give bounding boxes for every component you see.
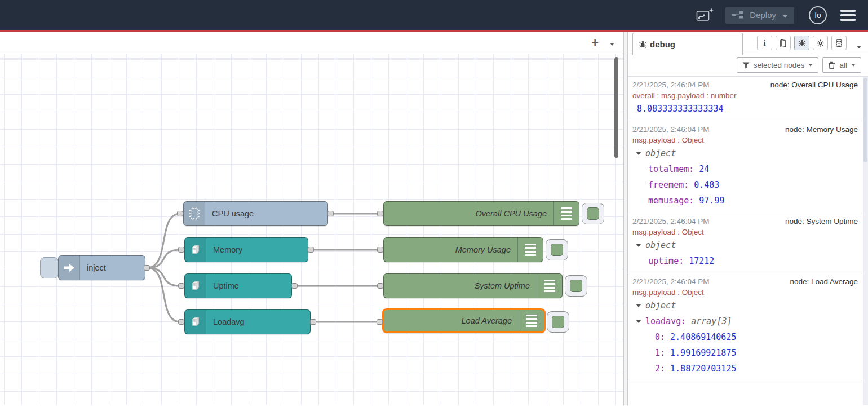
tab-debug[interactable]: debug xyxy=(632,33,743,55)
output-port[interactable] xyxy=(291,283,298,289)
collapse-caret-icon[interactable] xyxy=(636,304,641,307)
debug-enable-toggle[interactable] xyxy=(546,239,568,260)
filter-nodes-button[interactable]: selected nodes xyxy=(737,57,819,73)
gear-icon xyxy=(816,39,825,47)
cpu-chip-icon xyxy=(184,202,205,225)
object-key: uptime: xyxy=(648,253,684,269)
debug-message[interactable]: 2/21/2025, 2:46:04 PM node: Overall CPU … xyxy=(628,77,862,121)
collapse-caret-icon[interactable] xyxy=(636,320,641,323)
filter-funnel-icon xyxy=(742,62,750,69)
canvas-vertical-scrollbar[interactable] xyxy=(614,57,618,158)
flow-list-caret[interactable] xyxy=(610,38,614,48)
server-tower-icon xyxy=(185,238,206,262)
node-label: Load Average xyxy=(384,310,519,331)
flow-workspace[interactable]: inject CPU usage xyxy=(0,54,623,405)
input-port[interactable] xyxy=(178,283,184,289)
book-icon xyxy=(779,39,787,47)
debug-message[interactable]: 2/21/2025, 2:46:04 PM node: Load Average… xyxy=(628,273,862,381)
debug-message-list: 2/21/2025, 2:46:04 PM node: Overall CPU … xyxy=(628,76,868,405)
trash-icon xyxy=(828,61,835,69)
debug-message[interactable]: 2/21/2025, 2:46:04 PM node: System Uptim… xyxy=(628,213,862,273)
node-debug-load-average[interactable]: Load Average xyxy=(382,308,546,333)
deploy-button[interactable]: Deploy xyxy=(725,7,794,24)
main-area: + inject xyxy=(0,32,868,405)
input-port[interactable] xyxy=(377,247,383,253)
inject-arrow-icon xyxy=(59,256,80,280)
node-cpu-usage[interactable]: CPU usage xyxy=(183,201,328,226)
add-flow-button[interactable]: + xyxy=(591,37,599,48)
node-debug-memory-usage[interactable]: Memory Usage xyxy=(383,237,543,262)
node-loadavg[interactable]: Loadavg xyxy=(184,309,311,334)
panel-resize-handle[interactable] xyxy=(623,32,628,405)
output-port[interactable] xyxy=(327,211,334,216)
object-value: 97.99 xyxy=(699,193,724,209)
deploy-nodes-icon xyxy=(732,11,745,19)
node-debug-overall-cpu[interactable]: Overall CPU Usage xyxy=(383,201,579,226)
sidebar-menu-caret[interactable] xyxy=(857,41,861,51)
message-value: 8.083333333333334 xyxy=(632,101,858,117)
input-port[interactable] xyxy=(177,211,183,216)
debug-enable-toggle[interactable] xyxy=(582,203,604,224)
bug-icon xyxy=(798,39,806,47)
server-tower-icon xyxy=(185,310,206,334)
clear-messages-button[interactable]: all xyxy=(822,57,861,73)
input-port[interactable] xyxy=(377,283,383,289)
input-port[interactable] xyxy=(178,319,184,325)
message-timestamp: 2/21/2025, 2:46:04 PM xyxy=(632,124,710,135)
inject-trigger-button[interactable] xyxy=(40,257,59,278)
tab-config-button[interactable] xyxy=(813,36,828,50)
tab-debug-label: debug xyxy=(650,39,675,49)
debug-console-icon xyxy=(537,274,562,298)
database-icon xyxy=(835,39,843,47)
node-uptime[interactable]: Uptime xyxy=(184,273,292,298)
input-port[interactable] xyxy=(178,247,184,253)
node-inject[interactable]: inject xyxy=(58,255,145,280)
array-value: 1.99169921875 xyxy=(670,345,736,361)
tab-info-button[interactable]: i xyxy=(757,36,772,50)
app-header: Deploy fo xyxy=(0,0,868,32)
deploy-label: Deploy xyxy=(750,10,776,20)
node-label: inject xyxy=(80,256,145,280)
deploy-options-caret[interactable] xyxy=(783,10,787,20)
collapse-caret-icon[interactable] xyxy=(636,152,641,155)
object-key: freemem: xyxy=(648,177,689,193)
node-memory[interactable]: Memory xyxy=(184,237,308,262)
info-icon: i xyxy=(763,38,765,48)
message-property: msg.payload : Object xyxy=(632,227,858,237)
canvas-column: + inject xyxy=(0,32,623,405)
output-port[interactable] xyxy=(144,265,150,271)
object-value: 17212 xyxy=(689,253,714,269)
object-value: 24 xyxy=(699,161,709,177)
flow-assistant-icon[interactable] xyxy=(696,7,714,23)
debug-enable-toggle[interactable] xyxy=(565,275,587,297)
tab-context-button[interactable] xyxy=(831,36,847,50)
node-label: Memory Usage xyxy=(384,238,517,262)
output-port[interactable] xyxy=(308,247,314,253)
message-timestamp: 2/21/2025, 2:46:04 PM xyxy=(632,79,710,91)
sidebar-scrollbar[interactable] xyxy=(863,77,868,405)
input-port[interactable] xyxy=(377,211,383,216)
debug-message[interactable]: 2/21/2025, 2:46:04 PM node: Memory Usage… xyxy=(628,121,862,213)
input-port[interactable] xyxy=(377,319,383,325)
node-debug-system-uptime[interactable]: System Uptime xyxy=(383,273,563,298)
object-type: object xyxy=(645,298,676,313)
main-menu-icon[interactable] xyxy=(840,10,856,21)
array-index: 0: xyxy=(655,329,665,345)
debug-enable-toggle[interactable] xyxy=(547,311,569,333)
node-label: Overall CPU Usage xyxy=(384,202,553,225)
message-source-node: node: Load Average xyxy=(790,276,858,287)
array-type: array[3] xyxy=(691,313,732,329)
message-property: overall : msg.payload : number xyxy=(632,91,858,101)
array-index: 2: xyxy=(655,361,665,377)
node-label: Loadavg xyxy=(206,310,310,334)
output-port[interactable] xyxy=(310,319,316,325)
wire[interactable] xyxy=(147,250,180,268)
tab-help-button[interactable] xyxy=(776,36,791,50)
object-key: totalmem: xyxy=(648,161,694,177)
collapse-caret-icon[interactable] xyxy=(636,244,641,247)
wire[interactable] xyxy=(147,268,180,286)
tab-debug-button[interactable] xyxy=(794,36,809,50)
object-key: memusage: xyxy=(648,193,694,209)
object-value: 0.483 xyxy=(694,177,719,193)
user-avatar[interactable]: fo xyxy=(809,6,827,24)
